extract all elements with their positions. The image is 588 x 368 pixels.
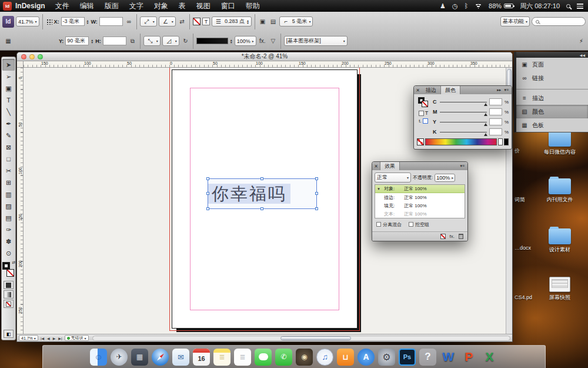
effects-panel-header[interactable]: ✕ 效果 ▾≡ (372, 162, 467, 170)
document-page[interactable]: 你幸福吗 (172, 69, 358, 329)
x-steppers[interactable]: ▲▼ (86, 19, 89, 24)
note-tool[interactable]: ▤ (2, 212, 15, 224)
canvas-text[interactable]: 你幸福吗 (208, 184, 290, 204)
fill-gradient-bar[interactable] (196, 38, 228, 44)
desktop-partial-label[interactable]: 价 (514, 147, 533, 155)
horizontal-scroll-thumb[interactable] (280, 336, 352, 340)
panel-menu-icon[interactable]: ▾≡ (460, 164, 465, 168)
gradient-steppers[interactable]: ▲▼ (230, 39, 233, 44)
free-transform-tool[interactable]: ⊞ (2, 177, 15, 188)
menu-对象[interactable]: 对象 (149, 0, 173, 12)
dock-messages[interactable] (255, 349, 272, 366)
bluetooth-icon[interactable]: ᛒ (464, 2, 468, 9)
dock-mission-control[interactable]: ▦ (131, 349, 148, 366)
horizontal-scrollbar[interactable] (92, 336, 510, 341)
menu-文件[interactable]: 文件 (50, 0, 75, 12)
desktop-partial-label[interactable]: 词简 (514, 196, 533, 204)
minimize-button[interactable] (29, 54, 35, 59)
tab-effects[interactable]: 效果 (380, 162, 400, 170)
frame-handle[interactable] (315, 177, 318, 180)
search-input[interactable] (532, 17, 586, 26)
gradient-tool[interactable]: ▥ (2, 188, 15, 200)
fx-button[interactable]: fx. (450, 234, 455, 239)
dock-notes[interactable]: ☰ (213, 349, 230, 366)
zoom-tool[interactable]: ⊙ (2, 247, 15, 259)
drop-shadow-icon[interactable]: ▽ (269, 38, 278, 44)
effects-row-0[interactable]: ▼对象:正常 100% (375, 185, 465, 193)
dock-mail[interactable]: ✉ (172, 349, 189, 366)
stroke-color-swatch[interactable] (193, 18, 201, 25)
close-button[interactable] (21, 54, 26, 59)
menu-窗口[interactable]: 窗口 (216, 0, 240, 12)
y-input[interactable]: 90 毫米 (65, 37, 89, 45)
channel-slider[interactable] (440, 132, 487, 132)
channel-slider[interactable] (440, 102, 487, 102)
fill-stroke-proxy[interactable] (418, 97, 429, 108)
dock-panel-颜色[interactable]: ▧颜色 (516, 105, 588, 118)
channel-slider[interactable] (440, 112, 487, 112)
corner-options-combo[interactable]: ⌐5 毫米▾ (279, 16, 313, 26)
desktop-partial-label[interactable]: CS4.pd (514, 294, 533, 300)
disclosure-icon[interactable]: ▼ (377, 187, 382, 191)
dock-missing-app[interactable]: ? (419, 349, 436, 366)
app-name-menu[interactable]: InDesign (15, 2, 45, 10)
effects-row-1[interactable]: 描边:正常 100% (375, 193, 465, 201)
scale-x-combo[interactable]: ⤢▾ (140, 16, 157, 26)
dock-facetime[interactable]: ✆ (275, 349, 292, 366)
black-swatch[interactable] (504, 138, 509, 145)
preflight-status[interactable]: 无错误▾ (65, 335, 89, 341)
shear-angle-combo[interactable]: ◿▾ (162, 36, 179, 46)
desktop-icon-屏幕快照[interactable]: 屏幕快照 (533, 277, 586, 301)
effects-row-2[interactable]: 填充:正常 100% (375, 201, 465, 210)
pencil-tool[interactable]: ✎ (2, 130, 15, 141)
text-color-proxy[interactable]: T (202, 18, 210, 25)
frame-handle[interactable] (260, 207, 263, 210)
status-zoom-combo[interactable]: 41.7%▾ (19, 335, 38, 341)
quick-apply-icon[interactable]: ⚡ (577, 38, 586, 44)
flip-horizontal-button[interactable]: ⇄ (178, 18, 186, 25)
dock-panel-色板[interactable]: ▦色板 (516, 118, 588, 132)
first-page-button[interactable]: |◀ (40, 336, 45, 340)
rotation-angle-combo[interactable]: ∠▾ (159, 16, 176, 26)
desktop-partial-label[interactable]: …docx (514, 245, 533, 251)
menu-视图[interactable]: 视图 (191, 0, 216, 12)
frame-handle[interactable] (315, 207, 318, 210)
menu-编辑[interactable]: 编辑 (75, 0, 99, 12)
channel-value-input[interactable] (489, 128, 502, 135)
frame-handle[interactable] (260, 177, 263, 180)
blend-mode-select[interactable]: 正常▾ (375, 173, 411, 183)
rotate-90-button[interactable]: ↻ (181, 38, 190, 44)
swap-fill-stroke-icon[interactable]: ⇄ (12, 260, 15, 265)
zoom-combo[interactable]: 41.7%▾ (16, 16, 39, 26)
slider-marker-icon[interactable] (484, 133, 487, 136)
x-input[interactable]: -3 毫米 (61, 17, 85, 26)
direct-selection-tool[interactable]: ➢ (2, 71, 15, 82)
apply-none-button[interactable] (4, 300, 14, 308)
eyedropper-tool[interactable]: ✑ (2, 224, 15, 236)
h-input[interactable] (103, 37, 126, 45)
fill-swatch[interactable] (422, 101, 428, 107)
reference-point-proxy[interactable] (46, 18, 52, 25)
dock-photo-booth[interactable]: ◉ (296, 349, 313, 366)
frame-handle[interactable] (206, 207, 209, 210)
vertical-ruler[interactable]: 050100150200250 (17, 68, 24, 334)
menu-文字[interactable]: 文字 (124, 0, 149, 12)
text-stroke-proxy[interactable]: t. (419, 118, 427, 124)
time-machine-icon[interactable]: ◷ (452, 2, 458, 10)
slider-marker-icon[interactable] (484, 113, 487, 116)
spotlight-icon[interactable] (566, 4, 570, 8)
zoom-button[interactable] (38, 54, 43, 59)
text-frame[interactable]: 你幸福吗 (208, 178, 317, 209)
effects-icon[interactable]: ▣ (258, 18, 267, 25)
fill-stroke-proxy[interactable]: ⇄ (2, 262, 15, 280)
indesign-app-icon[interactable]: Id (3, 2, 12, 11)
last-page-button[interactable]: ▶| (58, 336, 62, 340)
page-tool[interactable]: ▣ (2, 82, 15, 94)
dock-word[interactable]: W (440, 349, 457, 366)
im-app-icon[interactable]: ♟ (440, 2, 446, 10)
workspace-switcher[interactable]: 基本功能▾ (500, 16, 530, 26)
opacity-input[interactable]: 100%▸ (435, 174, 455, 182)
text-wrap-icon[interactable]: ▤ (269, 18, 278, 25)
constrain-dimensions-icon[interactable]: ⧉ (128, 38, 137, 45)
grid-options-icon[interactable]: ▦ (2, 38, 14, 44)
